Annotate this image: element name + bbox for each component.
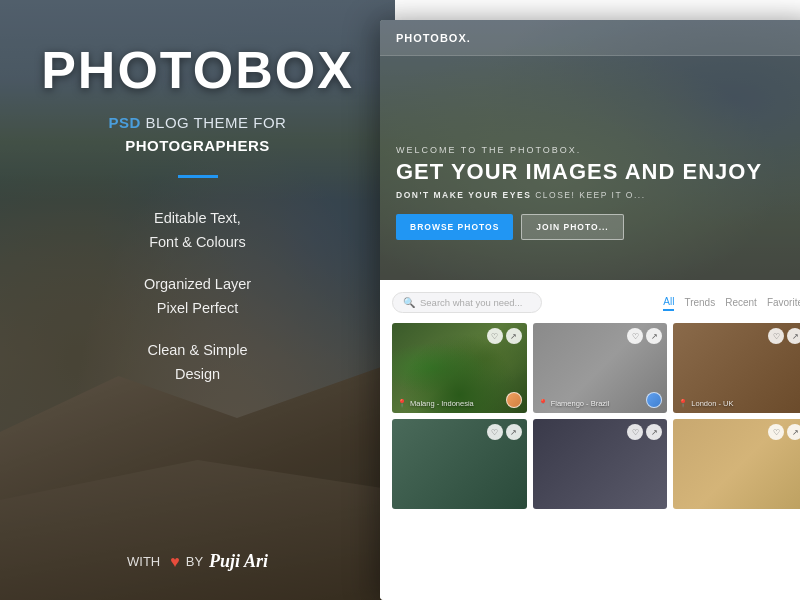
left-panel: PHOTOBOX PSD BLOG THEME FOR PHOTOGRAPHER… xyxy=(0,0,395,600)
photo-card-1[interactable]: ♡ ↗ 📍 Malang - Indonesia xyxy=(392,323,527,413)
like-icon-6[interactable]: ♡ xyxy=(768,424,784,440)
search-icon: 🔍 xyxy=(403,297,415,308)
photo-1-avatar xyxy=(506,392,522,408)
browse-photos-button[interactable]: BROWSE PHOTOS xyxy=(396,214,513,240)
photo-6-actions: ♡ ↗ xyxy=(768,424,800,440)
tab-all[interactable]: All xyxy=(663,294,674,311)
feature-2: Organized LayerPixel Perfect xyxy=(144,272,251,320)
gallery-controls: 🔍 Search what you need... All Trends Rec… xyxy=(392,292,800,313)
photo-2-location: 📍 Flamengo - Brazil xyxy=(538,399,610,408)
location-pin-3: 📍 xyxy=(678,399,688,408)
share-icon-3[interactable]: ↗ xyxy=(787,328,800,344)
left-content: PHOTOBOX PSD BLOG THEME FOR PHOTOGRAPHER… xyxy=(0,0,395,600)
heart-icon: ♥ xyxy=(170,553,180,571)
photo-3-actions: ♡ ↗ xyxy=(768,328,800,344)
search-placeholder: Search what you need... xyxy=(420,297,522,308)
photo-5-actions: ♡ ↗ xyxy=(627,424,662,440)
share-icon-1[interactable]: ↗ xyxy=(506,328,522,344)
photo-1-location: 📍 Malang - Indonesia xyxy=(397,399,474,408)
location-text-3: London - UK xyxy=(691,399,733,408)
photo-card-4[interactable]: ♡ ↗ xyxy=(392,419,527,509)
hero-subtext-rest: CLOSE! KEEP IT O... xyxy=(535,190,645,200)
filter-tabs: All Trends Recent Favorites xyxy=(663,294,800,311)
like-icon-1[interactable]: ♡ xyxy=(487,328,503,344)
tab-favorites[interactable]: Favorites xyxy=(767,295,800,310)
feature-1-text: Editable Text,Font & Colours xyxy=(149,210,246,250)
tagline-blog: BLOG THEME FOR xyxy=(141,114,287,131)
footer-by-text: BY xyxy=(186,554,203,569)
location-pin-2: 📍 xyxy=(538,399,548,408)
hero-subtext: DON'T MAKE YOUR EYES CLOSE! KEEP IT O... xyxy=(396,190,800,200)
mockup-navbar: PHOTOBOX. xyxy=(380,20,800,56)
like-icon-3[interactable]: ♡ xyxy=(768,328,784,344)
photo-card-5[interactable]: ♡ ↗ xyxy=(533,419,668,509)
blue-divider xyxy=(178,175,218,178)
share-icon-5[interactable]: ↗ xyxy=(646,424,662,440)
location-pin-1: 📍 xyxy=(397,399,407,408)
share-icon-2[interactable]: ↗ xyxy=(646,328,662,344)
photo-4-actions: ♡ ↗ xyxy=(487,424,522,440)
nav-brand: PHOTOBOX. xyxy=(396,32,471,44)
location-text-2: Flamengo - Brazil xyxy=(551,399,610,408)
footer-credit: WITH ♥ BY Puji Ari xyxy=(0,551,395,572)
hero-headline: GET YOUR IMAGES AND ENJOY xyxy=(396,159,800,185)
mockup-hero: PHOTOBOX. WELCOME TO THE PHOTOBOX. GET Y… xyxy=(380,20,800,280)
photo-3-location: 📍 London - UK xyxy=(678,399,733,408)
feature-3: Clean & SimpleDesign xyxy=(148,338,248,386)
tagline-photographers: PHOTOGRAPHERS xyxy=(125,137,270,154)
tagline-psd: PSD xyxy=(109,114,141,131)
photo-grid: ♡ ↗ 📍 Malang - Indonesia ♡ ↗ 📍 Fla xyxy=(392,323,800,509)
like-icon-4[interactable]: ♡ xyxy=(487,424,503,440)
hero-buttons: BROWSE PHOTOS JOIN PHOTO... xyxy=(396,214,800,240)
tab-recent[interactable]: Recent xyxy=(725,295,757,310)
photo-card-2[interactable]: ♡ ↗ 📍 Flamengo - Brazil xyxy=(533,323,668,413)
feature-3-text: Clean & SimpleDesign xyxy=(148,342,248,382)
feature-1: Editable Text,Font & Colours xyxy=(149,206,246,254)
hero-welcome-text: WELCOME TO THE PHOTOBOX. xyxy=(396,145,800,155)
search-box[interactable]: 🔍 Search what you need... xyxy=(392,292,542,313)
photo-2-actions: ♡ ↗ xyxy=(627,328,662,344)
right-panel-mockup: PHOTOBOX. WELCOME TO THE PHOTOBOX. GET Y… xyxy=(380,20,800,600)
location-text-1: Malang - Indonesia xyxy=(410,399,474,408)
like-icon-5[interactable]: ♡ xyxy=(627,424,643,440)
features-list: Editable Text,Font & Colours Organized L… xyxy=(30,206,365,386)
photo-card-3[interactable]: ♡ ↗ 📍 London - UK xyxy=(673,323,800,413)
share-icon-4[interactable]: ↗ xyxy=(506,424,522,440)
join-button[interactable]: JOIN PHOTO... xyxy=(521,214,623,240)
brand-title: PHOTOBOX xyxy=(41,40,354,100)
share-icon-6[interactable]: ↗ xyxy=(787,424,800,440)
tab-trends[interactable]: Trends xyxy=(684,295,715,310)
author-name: Puji Ari xyxy=(209,551,268,572)
footer-with-text: WITH xyxy=(127,554,160,569)
like-icon-2[interactable]: ♡ xyxy=(627,328,643,344)
hero-text-area: WELCOME TO THE PHOTOBOX. GET YOUR IMAGES… xyxy=(396,145,800,240)
tagline: PSD BLOG THEME FOR PHOTOGRAPHERS xyxy=(109,112,287,157)
mockup-gallery: 🔍 Search what you need... All Trends Rec… xyxy=(380,280,800,600)
feature-2-text: Organized LayerPixel Perfect xyxy=(144,276,251,316)
photo-1-actions: ♡ ↗ xyxy=(487,328,522,344)
hero-subtext-bold: DON'T MAKE YOUR EYES xyxy=(396,190,531,200)
photo-card-6[interactable]: ♡ ↗ xyxy=(673,419,800,509)
